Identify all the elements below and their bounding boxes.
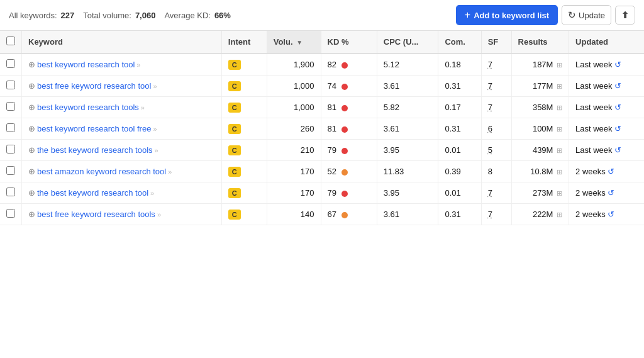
- row-checkbox-cell: [0, 76, 22, 97]
- row-checkbox[interactable]: [6, 123, 15, 132]
- row-checkbox[interactable]: [6, 81, 15, 89]
- add-circle-icon: ⊕: [28, 81, 35, 91]
- table-row: ⊕ best amazon keyword research tool » C …: [0, 161, 644, 182]
- intent-cell: C: [221, 76, 267, 97]
- refresh-row-icon[interactable]: ↺: [608, 167, 614, 176]
- keyword-cell: ⊕ best keyword research tools »: [22, 97, 222, 118]
- updated-cell: Last week ↺: [569, 53, 644, 76]
- cpc-cell: 3.95: [377, 182, 438, 204]
- intent-cell: C: [221, 140, 267, 161]
- com-cell: 0.18: [438, 53, 481, 76]
- kd-indicator: [341, 84, 348, 90]
- add-to-keyword-list-button[interactable]: + Add to keyword list: [456, 5, 558, 25]
- table-row: ⊕ best keyword research tool » C 1,900 8…: [0, 53, 644, 76]
- refresh-row-icon[interactable]: ↺: [614, 145, 621, 155]
- export-button[interactable]: ⬆: [615, 6, 635, 25]
- header-checkbox-col: [0, 31, 22, 53]
- keyword-table: Keyword Intent Volu. ▼ KD % CPC (U... Co…: [0, 31, 644, 225]
- row-checkbox[interactable]: [6, 102, 15, 111]
- keyword-link[interactable]: ⊕ best free keyword research tools »: [28, 210, 161, 219]
- kd-indicator: [341, 105, 348, 111]
- keyword-cell: ⊕ best free keyword research tools »: [22, 204, 222, 225]
- header-cpc: CPC (U...: [377, 31, 438, 53]
- keyword-link[interactable]: ⊕ the best keyword research tools »: [28, 145, 158, 155]
- row-checkbox[interactable]: [6, 209, 15, 218]
- sf-cell: 7: [481, 53, 511, 76]
- row-checkbox-cell: [0, 161, 22, 182]
- com-cell: 0.31: [438, 118, 481, 140]
- cpc-cell: 3.61: [377, 204, 438, 225]
- keyword-link[interactable]: ⊕ best free keyword research tool »: [28, 81, 157, 91]
- sf-value: 7: [488, 188, 492, 198]
- updated-cell: 2 weeks ↺: [569, 204, 644, 225]
- header-sf: SF: [481, 31, 511, 53]
- results-icon: ⊞: [557, 147, 562, 154]
- volume-cell: 1,000: [267, 76, 321, 97]
- updated-cell: Last week ↺: [569, 118, 644, 140]
- avg-kd-value: 66%: [214, 11, 231, 20]
- update-button[interactable]: ↻ Update: [562, 5, 611, 25]
- arrow-icon: »: [150, 189, 154, 197]
- row-checkbox[interactable]: [6, 166, 15, 175]
- sf-cell: 5: [481, 140, 511, 161]
- refresh-row-icon[interactable]: ↺: [608, 188, 614, 198]
- all-keywords-value: 227: [61, 11, 75, 20]
- results-icon: ⊞: [557, 189, 562, 197]
- header-intent: Intent: [221, 31, 267, 53]
- refresh-row-icon[interactable]: ↺: [614, 81, 621, 91]
- com-cell: 0.01: [438, 140, 481, 161]
- keyword-link[interactable]: ⊕ the best keyword research tool »: [28, 188, 154, 198]
- sf-value: 6: [488, 124, 492, 133]
- add-circle-icon: ⊕: [28, 167, 35, 176]
- intent-badge: C: [228, 81, 241, 91]
- com-cell: 0.31: [438, 204, 481, 225]
- refresh-row-icon[interactable]: ↺: [614, 60, 621, 69]
- kd-indicator: [341, 126, 348, 133]
- results-cell: 273M ⊞: [511, 182, 569, 204]
- header-volume[interactable]: Volu. ▼: [267, 31, 321, 53]
- com-cell: 0.01: [438, 182, 481, 204]
- sf-value: 7: [488, 81, 492, 91]
- keyword-link[interactable]: ⊕ best keyword research tool »: [28, 60, 140, 69]
- keyword-link[interactable]: ⊕ best keyword research tool free »: [28, 124, 157, 133]
- intent-badge: C: [228, 145, 241, 155]
- intent-badge: C: [228, 124, 241, 134]
- refresh-row-icon[interactable]: ↺: [614, 124, 621, 133]
- row-checkbox-cell: [0, 118, 22, 140]
- sf-value: 7: [488, 210, 492, 219]
- intent-badge: C: [228, 103, 241, 113]
- export-icon: ⬆: [621, 10, 629, 20]
- sf-value: 5: [488, 145, 492, 155]
- row-checkbox[interactable]: [6, 145, 15, 154]
- row-checkbox[interactable]: [6, 59, 15, 68]
- row-checkbox[interactable]: [6, 187, 15, 196]
- cpc-cell: 3.95: [377, 140, 438, 161]
- toolbar-stats: All keywords: 227 Total volume: 7,060 Av…: [9, 11, 452, 20]
- results-cell: 100M ⊞: [511, 118, 569, 140]
- arrow-icon: »: [153, 125, 157, 133]
- kd-cell: 79: [321, 140, 377, 161]
- keyword-link[interactable]: ⊕ best amazon keyword research tool »: [28, 167, 172, 176]
- row-checkbox-cell: [0, 140, 22, 161]
- sf-cell: 7: [481, 182, 511, 204]
- results-icon: ⊞: [557, 61, 562, 69]
- updated-cell: Last week ↺: [569, 97, 644, 118]
- avg-kd-label: Average KD:: [164, 11, 210, 20]
- sf-value: 7: [488, 103, 492, 112]
- com-cell: 0.31: [438, 76, 481, 97]
- plus-icon: +: [465, 9, 470, 21]
- sf-cell: 6: [481, 118, 511, 140]
- refresh-row-icon[interactable]: ↺: [608, 210, 614, 219]
- keyword-link[interactable]: ⊕ best keyword research tools »: [28, 103, 145, 112]
- volume-cell: 1,000: [267, 97, 321, 118]
- intent-badge: C: [228, 188, 241, 198]
- volume-cell: 170: [267, 161, 321, 182]
- kd-indicator: [341, 212, 348, 218]
- refresh-row-icon[interactable]: ↺: [614, 103, 621, 112]
- kd-cell: 79: [321, 182, 377, 204]
- refresh-icon: ↻: [568, 9, 576, 21]
- select-all-checkbox[interactable]: [6, 36, 15, 45]
- intent-cell: C: [221, 204, 267, 225]
- cpc-cell: 3.61: [377, 118, 438, 140]
- com-cell: 0.39: [438, 161, 481, 182]
